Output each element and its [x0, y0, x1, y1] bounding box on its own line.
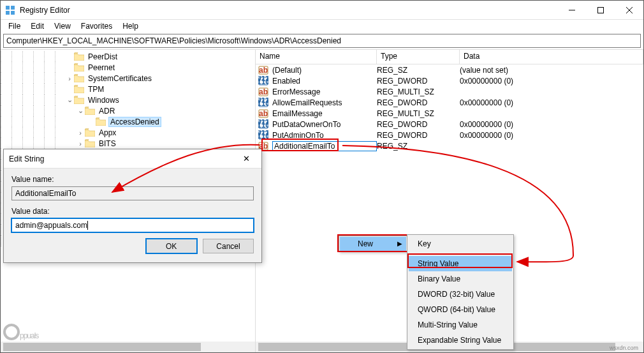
tree-item-label: Windows [87, 96, 121, 105]
value-name: PutAdminOnTo [272, 131, 377, 140]
col-type[interactable]: Type [377, 50, 460, 64]
value-row[interactable]: 011110EnabledREG_DWORD0x00000000 (0) [256, 75, 643, 86]
menu-edit[interactable]: Edit [26, 20, 49, 32]
tree-item-label: BITS [98, 139, 117, 148]
value-data: 0x00000000 (0) [460, 131, 643, 140]
tree-item-label: Appx [98, 128, 117, 137]
tree-item[interactable]: ›BITS [1, 138, 255, 149]
tree-item[interactable]: ›SystemCertificates [1, 73, 255, 84]
ctx-expandstring-value[interactable]: Expandable String Value [409, 333, 512, 348]
value-name: AdditionalEmailTo [272, 141, 377, 151]
tree-item[interactable]: TPM [1, 84, 255, 94]
folder-icon [74, 74, 84, 82]
cancel-button[interactable]: Cancel [203, 239, 254, 253]
value-data: (value not set) [460, 66, 643, 75]
tree-toggle-icon[interactable]: ⌄ [66, 96, 73, 104]
edit-string-dialog: Edit String ✕ Value name: AdditionalEmai… [3, 149, 262, 263]
svg-rect-0 [6, 6, 10, 10]
svg-text:ab: ab [259, 87, 268, 96]
folder-icon [85, 107, 95, 115]
svg-text:110: 110 [258, 99, 268, 108]
binary-value-icon: 011110 [258, 76, 268, 86]
dialog-title: Edit String [9, 154, 236, 163]
folder-icon [74, 63, 84, 71]
string-value-icon: ab [258, 87, 268, 97]
string-value-icon: ab [258, 109, 268, 119]
ctx-string-value[interactable]: String Value [409, 256, 512, 271]
ok-button[interactable]: OK [146, 239, 197, 253]
ctx-key[interactable]: Key [409, 236, 512, 252]
menu-help[interactable]: Help [117, 20, 143, 32]
menu-file[interactable]: File [3, 20, 26, 32]
value-row[interactable]: 011110AllowEmailRequestsREG_DWORD0x00000… [256, 97, 643, 108]
tree-toggle-icon[interactable]: › [77, 129, 84, 137]
value-name: EmailMessage [272, 109, 377, 118]
tree-toggle-icon[interactable]: ⌄ [77, 107, 84, 115]
tree-item[interactable]: ⌄ADR [1, 105, 255, 116]
value-data-field[interactable]: admin@appuals.com [11, 218, 254, 232]
menu-favorites[interactable]: Favorites [76, 20, 117, 32]
ctx-dword-value[interactable]: DWORD (32-bit) Value [409, 287, 512, 302]
value-row[interactable]: abAdditionalEmailToREG_SZ [256, 140, 643, 151]
svg-text:ab: ab [259, 109, 268, 118]
value-row[interactable]: 011110PutDataOwnerOnToREG_DWORD0x0000000… [256, 119, 643, 130]
tree-item[interactable]: ›Appx [1, 127, 255, 138]
svg-rect-1 [11, 6, 15, 10]
menu-view[interactable]: View [49, 20, 76, 32]
value-data-label: Value data: [11, 207, 254, 216]
folder-icon [74, 85, 84, 93]
tree-item[interactable]: AccessDenied [1, 116, 255, 127]
tree-item-label: ADR [98, 107, 116, 116]
folder-icon [96, 117, 106, 126]
tree-item[interactable]: PeerDist [1, 51, 255, 62]
values-header: Name Type Data [256, 50, 643, 64]
value-row[interactable]: abEmailMessageREG_MULTI_SZ [256, 108, 643, 119]
ctx-qword-value[interactable]: QWORD (64-bit) Value [409, 302, 512, 317]
svg-text:110: 110 [258, 77, 268, 86]
value-row[interactable]: 011110PutAdminOnToREG_DWORD0x00000000 (0… [256, 130, 643, 140]
menubar: File Edit View Favorites Help [1, 20, 643, 33]
value-type: REG_SZ [377, 142, 460, 151]
window-titlebar: Registry Editor [1, 1, 643, 20]
ctx-binary-value[interactable]: Binary Value [409, 271, 512, 287]
value-type: REG_DWORD [377, 98, 460, 107]
value-type: REG_SZ [377, 66, 460, 75]
close-button[interactable] [615, 1, 643, 20]
value-row[interactable]: abErrorMessageREG_MULTI_SZ [256, 86, 643, 97]
tree-toggle-icon[interactable]: › [66, 75, 73, 82]
value-name: AllowEmailRequests [272, 98, 377, 107]
value-data: 0x00000000 (0) [460, 98, 643, 107]
watermark: wsxdn.com [610, 345, 638, 351]
value-type: REG_DWORD [377, 77, 460, 86]
svg-rect-5 [597, 7, 603, 13]
value-data: 0x00000000 (0) [460, 77, 643, 86]
folder-icon [74, 96, 84, 104]
window-title: Registry Editor [20, 6, 557, 15]
folder-icon [85, 128, 95, 137]
context-submenu: Key String Value Binary Value DWORD (32-… [407, 234, 514, 350]
minimize-button[interactable] [557, 1, 586, 20]
value-type: REG_MULTI_SZ [377, 109, 460, 118]
value-row[interactable]: ab(Default)REG_SZ(value not set) [256, 64, 643, 75]
ctx-multistring-value[interactable]: Multi-String Value [409, 317, 512, 333]
horizontal-scrollbar[interactable] [1, 342, 643, 352]
ctx-new[interactable]: New ▶ [340, 237, 406, 251]
tree-item[interactable]: ⌄Windows [1, 94, 255, 105]
col-name[interactable]: Name [256, 50, 377, 64]
tree-item[interactable]: Peernet [1, 62, 255, 73]
tree-item-label: AccessDenied [108, 117, 161, 127]
value-name: Enabled [272, 77, 377, 86]
chevron-right-icon: ▶ [397, 240, 402, 247]
tree-item-label: PeerDist [87, 52, 119, 61]
maximize-button[interactable] [586, 1, 615, 20]
col-data[interactable]: Data [460, 50, 643, 64]
tree-item-label: TPM [87, 85, 105, 94]
string-value-icon: ab [258, 65, 268, 75]
dialog-close-button[interactable]: ✕ [236, 154, 256, 163]
tree-toggle-icon[interactable]: › [77, 140, 84, 147]
binary-value-icon: 011110 [258, 130, 268, 140]
svg-rect-3 [11, 11, 15, 15]
separator [410, 253, 511, 254]
svg-text:110: 110 [258, 131, 268, 140]
address-bar[interactable]: Computer\HKEY_LOCAL_MACHINE\SOFTWARE\Pol… [3, 34, 641, 48]
